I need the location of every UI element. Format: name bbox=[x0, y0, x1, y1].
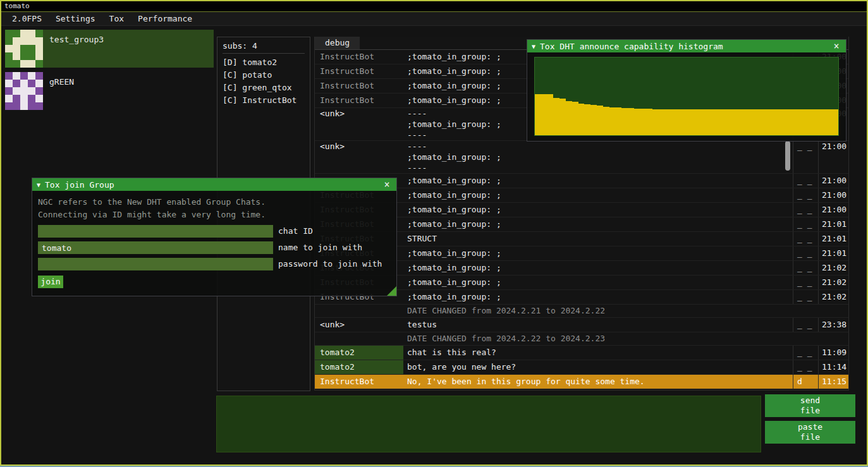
dht-histogram-titlebar[interactable]: ▼ Tox DHT announce capability histogram … bbox=[527, 40, 846, 52]
delivery-flags: _ _ bbox=[793, 360, 818, 374]
histogram-bar bbox=[535, 94, 541, 135]
menu-settings[interactable]: Settings bbox=[49, 12, 102, 26]
histogram-bar bbox=[597, 106, 603, 135]
histogram-bar bbox=[683, 109, 690, 135]
group-avatar bbox=[5, 72, 43, 110]
histogram-bar bbox=[621, 108, 628, 135]
delivery-flags: _ _ bbox=[793, 261, 818, 275]
chat-message-row[interactable]: tomato2bot, are you new here?_ _11:14 bbox=[315, 360, 848, 375]
window-titlebar[interactable]: tomato bbox=[1, 1, 867, 12]
message-text: ;tomato_in_group: ; bbox=[403, 203, 793, 217]
message-timestamp: 21:02 bbox=[818, 276, 848, 289]
histogram-bar bbox=[770, 109, 776, 135]
sender-name: InstructBot bbox=[315, 64, 403, 78]
chat-scrollbar-thumb[interactable] bbox=[785, 141, 790, 171]
dht-histogram-title: Tox DHT announce capability histogram bbox=[540, 42, 831, 51]
histogram-bar bbox=[807, 109, 814, 135]
roster-member[interactable]: [C] InstructBot bbox=[223, 94, 305, 107]
message-timestamp: 23:38 bbox=[818, 318, 848, 332]
histogram-bar bbox=[603, 107, 609, 136]
histogram-bar bbox=[727, 109, 733, 135]
collapse-icon[interactable]: ▼ bbox=[37, 181, 40, 188]
group-item-test_group3[interactable]: test_group3 bbox=[5, 30, 214, 68]
histogram-bar bbox=[572, 102, 578, 135]
roster-member[interactable]: [C] green_qtox bbox=[223, 82, 305, 94]
join-group-titlebar[interactable]: ▼ Tox join Group × bbox=[32, 178, 396, 191]
paste-file-button[interactable]: paste file bbox=[765, 421, 855, 444]
message-input[interactable] bbox=[216, 396, 761, 452]
histogram-bar bbox=[733, 109, 740, 135]
join-button[interactable]: join bbox=[38, 276, 63, 288]
histogram-bar bbox=[783, 109, 789, 135]
message-timestamp: 11:15 bbox=[818, 375, 848, 389]
send-file-button[interactable]: send file bbox=[765, 394, 855, 417]
message-timestamp: 11:09 bbox=[818, 346, 848, 360]
histogram-bar bbox=[547, 94, 554, 135]
chat-message-row[interactable]: tomato2chat is this real?_ _11:09 bbox=[315, 346, 848, 360]
group-avatar bbox=[5, 30, 43, 68]
roster-member[interactable]: [C] potato bbox=[223, 69, 305, 82]
histogram-bar bbox=[615, 107, 621, 135]
sender-name: InstructBot bbox=[315, 50, 403, 64]
message-timestamp: 21:00 bbox=[818, 188, 848, 202]
message-timestamp: 21:02 bbox=[818, 290, 848, 304]
chat-message-row[interactable]: <unk>---- ;tomato_in_group: ; ----_ _21:… bbox=[315, 141, 848, 174]
sender-name: <unk> bbox=[315, 108, 403, 140]
histogram-bar bbox=[745, 109, 752, 135]
main-area: test_group3gREEN subs: 4 [D] tomato2[C] … bbox=[1, 26, 867, 464]
dht-histogram-window: ▼ Tox DHT announce capability histogram … bbox=[527, 39, 847, 142]
histogram-bar bbox=[714, 109, 721, 135]
histogram-bar bbox=[652, 109, 659, 135]
delivery-flags: _ _ bbox=[793, 203, 818, 217]
chat-message-row[interactable]: InstructBotNo, I've been in this group f… bbox=[315, 375, 848, 389]
subs-header: subs: 4 bbox=[223, 41, 305, 54]
delivery-flags: _ _ bbox=[793, 346, 818, 360]
collapse-icon[interactable]: ▼ bbox=[532, 43, 535, 50]
delivery-flags: _ _ bbox=[793, 141, 818, 173]
join-password-input[interactable] bbox=[38, 258, 273, 270]
group-item-gREEN[interactable]: gREEN bbox=[5, 72, 214, 110]
roster-member[interactable]: [D] tomato2 bbox=[223, 56, 305, 69]
histogram-bar bbox=[795, 109, 801, 135]
histogram-bar bbox=[553, 98, 559, 135]
menu-tox[interactable]: Tox bbox=[102, 12, 131, 26]
histogram-bar bbox=[646, 109, 652, 135]
tab-debug[interactable]: debug bbox=[315, 37, 360, 49]
message-timestamp: 21:00 bbox=[818, 141, 848, 173]
chat-message-row[interactable]: <unk>testus_ _23:38 bbox=[315, 318, 848, 332]
chat-id-input[interactable] bbox=[38, 225, 273, 238]
sender-name: <unk> bbox=[315, 141, 403, 173]
histogram-bar bbox=[690, 109, 696, 135]
sender-name: <unk> bbox=[315, 318, 403, 332]
message-timestamp: 21:02 bbox=[818, 261, 848, 275]
histogram-bar bbox=[628, 108, 634, 135]
delivery-flags: _ _ bbox=[793, 188, 818, 202]
close-icon[interactable]: × bbox=[382, 179, 392, 190]
histogram-bar bbox=[832, 109, 838, 135]
histogram-bar bbox=[739, 109, 745, 135]
message-text: ;tomato_in_group: ; bbox=[403, 217, 793, 231]
join-group-title: Tox join Group bbox=[45, 180, 382, 190]
histogram-bar bbox=[634, 109, 640, 135]
message-timestamp: 21:01 bbox=[818, 232, 848, 246]
message-text: testus bbox=[403, 318, 793, 332]
histogram-bar bbox=[677, 109, 683, 135]
message-text: ;tomato_in_group: ; bbox=[403, 246, 793, 260]
message-text: ;tomato_in_group: ; bbox=[403, 261, 793, 275]
join-info-line-1: NGC refers to the New DHT enabled Group … bbox=[38, 196, 391, 209]
group-name: test_group3 bbox=[43, 30, 104, 68]
chat-id-label: chat ID bbox=[278, 225, 313, 238]
close-icon[interactable]: × bbox=[831, 41, 841, 51]
delivery-flags: _ _ bbox=[793, 318, 818, 332]
message-text: STRUCT bbox=[403, 232, 793, 246]
app-window: tomato 2.0FPS Settings Tox Performance t… bbox=[0, 0, 868, 466]
roster-list: [D] tomato2[C] potato[C] green_qtox[C] I… bbox=[223, 56, 305, 107]
menu-performance[interactable]: Performance bbox=[131, 12, 199, 26]
histogram-bar bbox=[584, 104, 590, 135]
resize-grip[interactable] bbox=[387, 286, 396, 296]
histogram-bar bbox=[826, 109, 832, 135]
delivery-flags: _ _ bbox=[793, 290, 818, 304]
delivery-flags: _ _ bbox=[793, 174, 818, 188]
sender-name: InstructBot bbox=[315, 94, 403, 107]
join-name-input[interactable] bbox=[38, 241, 273, 254]
